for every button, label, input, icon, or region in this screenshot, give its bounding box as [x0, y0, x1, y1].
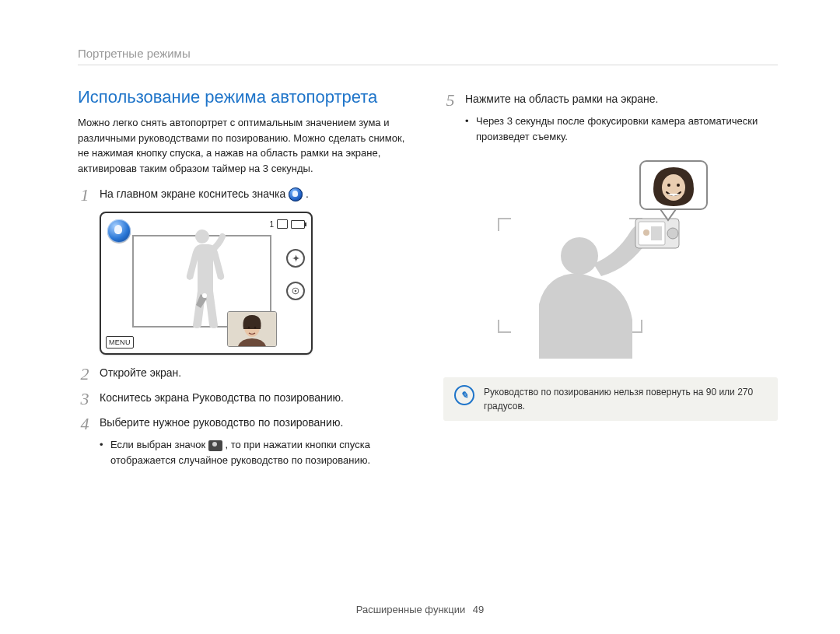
- svg-point-1: [202, 293, 207, 298]
- menu-button: MENU: [106, 336, 134, 349]
- storage-icon: [277, 219, 288, 229]
- step-3: 3 Коснитесь экрана Руководства по позиро…: [78, 391, 412, 408]
- step-4: 4 Выберите нужное руководство по позиров…: [78, 415, 412, 433]
- step-number: 5: [443, 92, 457, 109]
- svg-point-14: [667, 184, 670, 187]
- flash-icon: ✦: [286, 249, 305, 268]
- step-text: Коснитесь экрана Руководства по позирова…: [100, 391, 412, 406]
- svg-rect-10: [651, 226, 662, 240]
- page-title: Использование режима автопортрета: [78, 87, 412, 107]
- mode-icon: [107, 219, 131, 243]
- right-side-icons: ✦ ☉: [286, 249, 305, 300]
- svg-point-5: [254, 327, 257, 329]
- self-portrait-mode-icon: [289, 187, 303, 201]
- svg-point-0: [195, 229, 209, 243]
- step-5: 5 Нажмите на область рамки на экране.: [443, 92, 778, 109]
- step-number: 3: [78, 391, 92, 408]
- step-1: 1 На главном экране коснитесь значка .: [78, 187, 412, 204]
- step-text: Выберите нужное руководство по позирован…: [100, 415, 412, 431]
- globe-icon: ☉: [286, 282, 305, 300]
- right-column: 5 Нажмите на область рамки на экране. Че…: [443, 84, 778, 468]
- svg-point-15: [677, 184, 680, 187]
- footer-label: Расширенные функции: [356, 604, 466, 615]
- pose-silhouette: [171, 227, 233, 328]
- selfie-illustration: [494, 156, 727, 359]
- step-number: 4: [78, 415, 92, 433]
- status-bar: 1: [269, 219, 305, 229]
- note-text: Руководство по позированию нельзя поверн…: [484, 385, 767, 413]
- step-number: 1: [78, 187, 92, 204]
- section-header: Портретные режимы: [78, 47, 778, 65]
- left-column: Использование режима автопортрета Можно …: [78, 84, 412, 468]
- step-1-text-after: .: [306, 187, 309, 200]
- svg-point-11: [667, 228, 678, 239]
- step-2: 2 Откройте экран.: [78, 366, 412, 383]
- two-column-layout: Использование режима автопортрета Можно …: [78, 84, 778, 468]
- random-pose-icon: [208, 440, 222, 451]
- note-box: ✎ Руководство по позированию нельзя пове…: [443, 377, 778, 421]
- step-5-bullet: Через 3 секунды после фокусировки камера…: [465, 114, 778, 144]
- bullet-text-before: Если выбран значок: [110, 439, 208, 450]
- page-number: 49: [473, 604, 484, 615]
- svg-point-4: [248, 327, 250, 329]
- step-4-bullet: Если выбран значок , то при нажатии кноп…: [100, 437, 412, 468]
- step-text: На главном экране коснитесь значка .: [100, 187, 412, 202]
- shot-count: 1: [269, 220, 274, 229]
- camera-screen-illustration: 1 ✦ ☉: [100, 212, 313, 355]
- page-footer: Расширенные функции 49: [0, 604, 840, 615]
- face-preview: [227, 311, 277, 347]
- manual-page: Портретные режимы Использование режима а…: [0, 0, 840, 634]
- svg-point-9: [643, 229, 649, 236]
- info-icon: ✎: [454, 385, 474, 405]
- step-number: 2: [78, 366, 92, 383]
- step-text: Нажмите на область рамки на экране.: [465, 92, 778, 107]
- intro-paragraph: Можно легко снять автопортрет с оптималь…: [78, 115, 412, 176]
- step-text: Откройте экран.: [100, 366, 412, 381]
- step-1-text-before: На главном экране коснитесь значка: [100, 187, 289, 200]
- battery-icon: [291, 220, 305, 229]
- svg-point-13: [662, 174, 685, 201]
- svg-point-6: [561, 237, 598, 275]
